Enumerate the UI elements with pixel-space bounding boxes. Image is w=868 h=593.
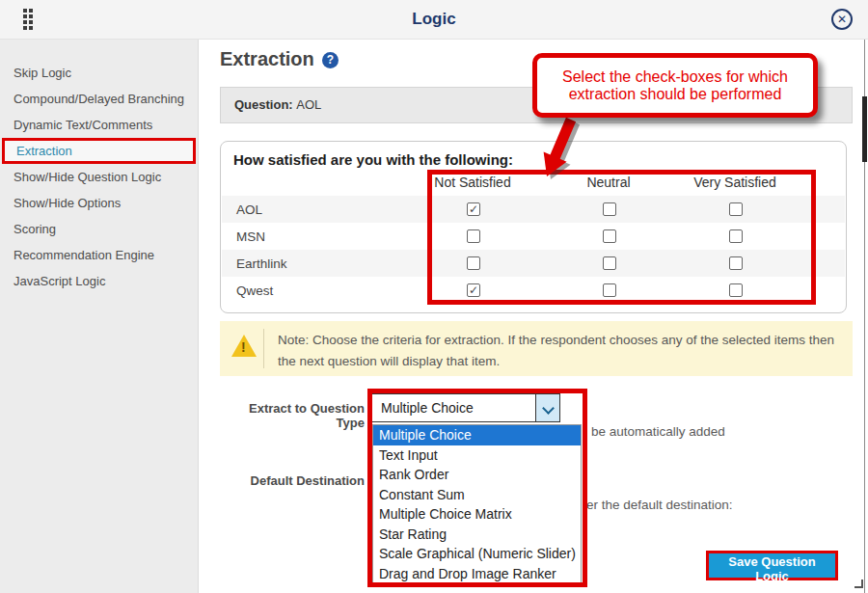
scrollbar-thumb[interactable] [862,96,867,162]
page-title: Extraction? [220,48,339,70]
checkbox-earthlink-very-satisfied[interactable] [729,256,743,270]
sidebar-item-recommendation-engine[interactable]: Recommendation Engine [0,242,198,268]
annotation-callout-text: Select the check-boxes for which extract… [547,68,803,103]
extract-type-label: Extract to Question Type [220,401,365,430]
matrix-row-label: AOL [236,202,262,217]
chevron-down-icon[interactable] [535,394,559,421]
question-label: Question: [234,97,293,112]
checkbox-aol-not-satisfied[interactable]: ✓ [467,202,480,216]
dialog-title: Logic [0,10,868,29]
save-question-logic-button[interactable]: Save Question Logic [709,553,835,578]
matrix-row-aol: AOL✓ [222,196,845,223]
matrix-column-very-satisfied: Very Satisfied [693,175,776,190]
dropdown-option-scale-graphical-numeric-slider[interactable]: Scale Graphical (Numeric Slider) [373,544,581,564]
checkbox-earthlink-not-satisfied[interactable] [467,256,480,270]
sidebar-item-compound-delayed-branching[interactable]: Compound/Delayed Branching [0,86,198,112]
note-divider [263,329,264,368]
page-title-text: Extraction [220,48,314,69]
question-type-dropdown: Multiple ChoiceText InputRank OrderConst… [372,424,582,584]
dropdown-option-drag-and-drop-image-ranker[interactable]: Drag and Drop Image Ranker [373,564,581,584]
sidebar-list: Skip LogicCompound/Delayed BranchingDyna… [0,60,198,294]
matrix-card: How satisfied are you with the following… [220,141,847,313]
default-destination-hint: er the default destination: [586,498,733,512]
checkbox-msn-neutral[interactable] [603,229,616,243]
question-type-selected-value: Multiple Choice [381,400,474,416]
annotation-rect-save: Save Question Logic [706,551,838,580]
help-icon[interactable]: ? [322,52,339,68]
note-box: Note: Choose the criteria for extraction… [220,321,853,376]
matrix-row-qwest: Qwest✓ [222,277,845,304]
logic-sidebar: Skip LogicCompound/Delayed BranchingDyna… [0,40,199,593]
dialog-titlebar: Logic ✕ [0,0,868,40]
sidebar-item-show-hide-options[interactable]: Show/Hide Options [0,190,198,216]
matrix-title: How satisfied are you with the following… [233,151,513,168]
dropdown-option-rank-order[interactable]: Rank Order [373,465,581,485]
checkbox-qwest-neutral[interactable] [603,283,616,297]
dropdown-option-constant-sum[interactable]: Constant Sum [373,485,581,505]
question-type-select[interactable]: Multiple Choice [371,393,560,422]
matrix-row-msn: MSN [222,223,845,250]
checkbox-msn-very-satisfied[interactable] [729,229,743,243]
matrix-column-neutral: Neutral [586,175,630,190]
sidebar-item-scoring[interactable]: Scoring [0,216,198,242]
dropdown-option-multiple-choice[interactable]: Multiple Choice [373,425,581,445]
dropdown-option-multiple-choice-matrix[interactable]: Multiple Choice Matrix [373,504,581,525]
dropdown-option-text-input[interactable]: Text Input [373,445,581,466]
question-value: AOL [296,97,321,112]
checkbox-qwest-very-satisfied[interactable] [729,283,743,297]
sidebar-item-skip-logic[interactable]: Skip Logic [0,60,198,86]
dropdown-option-star-rating[interactable]: Star Rating [373,525,581,545]
resize-corner[interactable] [854,580,863,588]
matrix-row-label: Earthlink [236,256,287,271]
checkbox-qwest-not-satisfied[interactable]: ✓ [467,283,480,297]
note-text: Note: Choose the criteria for extraction… [278,330,837,371]
sidebar-item-show-hide-question-logic[interactable]: Show/Hide Question Logic [0,164,198,190]
matrix-row-earthlink: Earthlink [222,250,845,277]
sidebar-item-extraction[interactable]: Extraction [2,138,196,164]
matrix-row-label: MSN [236,229,265,244]
checkbox-aol-neutral[interactable] [603,202,616,216]
annotation-callout: Select the check-boxes for which extract… [532,53,818,118]
logic-dialog: Logic ✕ Skip LogicCompound/Delayed Branc… [0,0,868,593]
close-icon[interactable]: ✕ [831,9,853,30]
sidebar-item-dynamic-text-comments[interactable]: Dynamic Text/Comments [0,112,198,138]
default-destination-label: Default Destination [220,473,365,488]
checkbox-earthlink-neutral[interactable] [603,256,616,270]
matrix-column-not-satisfied: Not Satisfied [434,175,510,190]
sidebar-item-javascript-logic[interactable]: JavaScript Logic [0,268,198,294]
auto-added-text: be automatically added [591,424,725,439]
warning-icon [231,335,257,357]
checkbox-msn-not-satisfied[interactable] [467,229,480,243]
matrix-row-label: Qwest [236,283,273,298]
checkbox-aol-very-satisfied[interactable] [729,202,743,216]
